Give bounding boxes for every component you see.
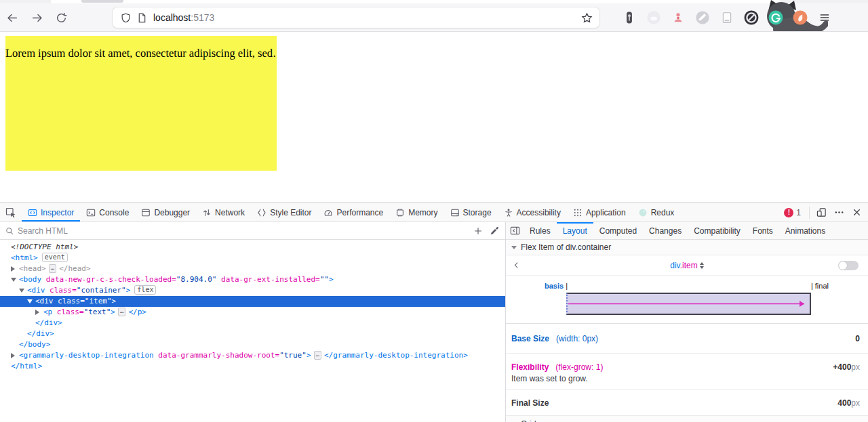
close-icon[interactable]	[848, 204, 865, 221]
base-size-value: 0	[855, 334, 860, 343]
markup-text: >	[126, 286, 131, 295]
tree-row[interactable]: <grammarly-desktop-integration data-gram…	[0, 350, 505, 361]
sidebar-tab-animations[interactable]: Animations	[779, 222, 831, 239]
html-tree: <!DOCTYPE html><html>event<head>…</head>…	[0, 240, 505, 422]
devtools-tab-network[interactable]: Network	[196, 203, 251, 221]
devtools-tab-console[interactable]: Console	[80, 203, 135, 221]
toggle-sidebar-icon[interactable]	[506, 222, 524, 239]
back-icon[interactable]	[0, 7, 24, 28]
tab-label: Debugger	[154, 208, 190, 217]
sidebar-tab-layout[interactable]: Layout	[557, 222, 593, 239]
tree-row[interactable]: </div>	[0, 318, 505, 329]
expand-twisty-icon[interactable]	[11, 278, 16, 282]
extension-notes-icon[interactable]	[715, 5, 739, 30]
devtools-tab-redux[interactable]: Redux	[632, 203, 681, 221]
markup-badge[interactable]: event	[42, 253, 68, 262]
redux-icon	[638, 208, 648, 217]
devtools-tab-inspector[interactable]: Inspector	[22, 203, 80, 221]
eyedropper-icon[interactable]	[486, 223, 502, 239]
tree-row[interactable]: </html>	[0, 361, 505, 372]
back-chevron-icon[interactable]	[506, 261, 526, 269]
expand-twisty-icon[interactable]	[19, 289, 24, 293]
flex-item-section-header[interactable]: Flex Item of div.container	[506, 240, 868, 255]
tree-row[interactable]: <div class="container">flex	[0, 285, 505, 296]
extension-ghost-icon[interactable]	[642, 5, 666, 30]
tree-row[interactable]: <body data-new-gr-c-s-check-loaded="8.90…	[0, 274, 505, 285]
base-size-label: Base Size	[511, 334, 549, 343]
tree-row[interactable]: <html>event	[0, 253, 505, 263]
devtools-tab-performance[interactable]: Performance	[317, 203, 389, 221]
error-badge[interactable]: ! 1	[784, 208, 801, 217]
extension-orange-icon[interactable]	[788, 5, 812, 30]
inspector-icon	[28, 208, 37, 217]
flex-item-selector[interactable]: div.item	[670, 261, 703, 270]
expand-twisty-icon[interactable]	[11, 353, 15, 358]
markup-text: <div	[27, 286, 45, 295]
forward-icon[interactable]	[24, 7, 49, 28]
bookmark-star-icon[interactable]	[581, 12, 593, 24]
tree-row[interactable]: <div class="item">	[0, 296, 505, 307]
selector-class: .item	[680, 261, 698, 270]
sidebar-tab-changes[interactable]: Changes	[643, 222, 688, 239]
tree-row[interactable]: </body>	[0, 339, 505, 350]
browser-tab[interactable]	[81, 0, 123, 3]
inline-ellipsis-badge[interactable]: …	[49, 264, 56, 273]
search-html-input[interactable]	[18, 226, 470, 236]
tree-row[interactable]: </div>	[0, 329, 505, 339]
extension-person-icon[interactable]	[666, 5, 690, 30]
devtools-tabbar: InspectorConsoleDebuggerNetworkStyle Edi…	[0, 203, 868, 222]
inline-ellipsis-badge[interactable]: …	[314, 351, 321, 360]
reload-icon[interactable]	[49, 7, 73, 28]
devtools-tab-memory[interactable]: Memory	[389, 203, 443, 221]
menu-icon[interactable]	[812, 5, 837, 30]
expand-twisty-icon[interactable]	[35, 310, 39, 315]
application-icon	[573, 208, 583, 217]
devtools-tab-storage[interactable]: Storage	[444, 203, 498, 221]
sidebar-tab-fonts[interactable]: Fonts	[747, 222, 779, 239]
tree-row[interactable]: <!DOCTYPE html>	[0, 242, 505, 253]
grid-section-header[interactable]: Grid	[506, 416, 868, 422]
extension-vial-icon[interactable]	[617, 5, 642, 30]
sidebar-tab-rules[interactable]: Rules	[524, 222, 557, 239]
markup-text: <head>	[19, 264, 46, 273]
responsive-design-icon[interactable]	[812, 204, 830, 221]
markup-badge[interactable]: flex	[134, 285, 156, 295]
expand-twisty-icon[interactable]	[11, 266, 15, 272]
devtools-tab-application[interactable]: Application	[567, 203, 632, 221]
tab-label: Accessibility	[517, 208, 561, 217]
devtools-tab-debugger[interactable]: Debugger	[135, 203, 196, 221]
tab-label: Network	[215, 208, 245, 217]
markup-text: </p>	[128, 308, 146, 316]
meatball-menu-icon[interactable]	[830, 204, 848, 221]
extensions-area	[617, 5, 837, 30]
node-picker-icon[interactable]	[0, 203, 22, 221]
url-bar[interactable]: localhost:5173	[113, 7, 599, 28]
flex-highlighter-toggle[interactable]	[838, 261, 859, 270]
extension-grammarly-icon[interactable]	[764, 5, 788, 30]
tab-label: Console	[99, 208, 129, 217]
sidebar-tab-compatibility[interactable]: Compatibility	[688, 222, 747, 239]
devtools-tab-accessibility[interactable]: Accessibility	[498, 203, 567, 221]
page-proxy-icon[interactable]	[137, 13, 147, 23]
add-node-icon[interactable]	[470, 223, 486, 239]
style-editor-icon	[257, 208, 267, 217]
devtools-tab-style-editor[interactable]: Style Editor	[251, 203, 317, 221]
extension-disabled-icon[interactable]	[690, 5, 715, 30]
flexibility-row: Flexibility (flex-grow: 1) +400px Item w…	[506, 354, 868, 390]
tree-row[interactable]: <p class="text">…</p>	[0, 307, 505, 318]
inline-ellipsis-badge[interactable]: …	[118, 308, 125, 316]
flex-section-title: Flex Item of div.container	[521, 242, 611, 252]
sidebar-tab-computed[interactable]: Computed	[593, 222, 643, 239]
sidebar-tabbar: RulesLayoutComputedChangesCompatibilityF…	[506, 222, 868, 240]
tab-label: Application	[586, 208, 626, 217]
markup-text: </div>	[35, 318, 62, 327]
markup-text: <!DOCTYPE html>	[11, 242, 78, 251]
tree-row[interactable]: <head>…</head>	[0, 263, 505, 274]
expand-twisty-icon[interactable]	[27, 299, 33, 303]
devtools-controls: ! 1	[784, 203, 868, 221]
final-size-value: 400px	[837, 398, 860, 408]
extension-blocker-icon[interactable]	[739, 5, 764, 30]
markup-text: >	[329, 275, 334, 284]
shield-icon[interactable]	[121, 13, 131, 23]
url-text[interactable]: localhost:5173	[153, 12, 581, 23]
